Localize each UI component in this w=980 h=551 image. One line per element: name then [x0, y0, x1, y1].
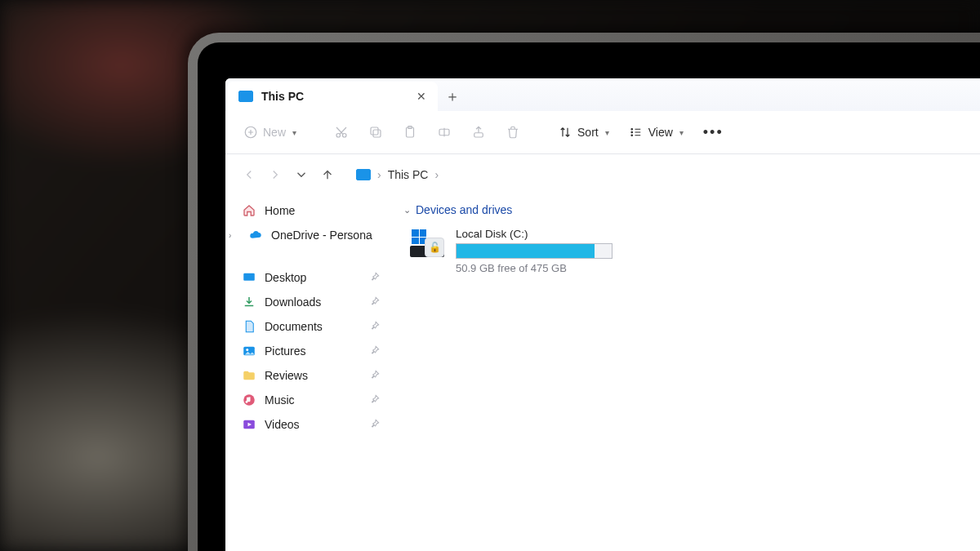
drive-usage-bar — [456, 243, 612, 259]
tab-title: This PC — [261, 90, 408, 103]
tab-bar: This PC ✕ ＋ — [225, 78, 980, 111]
sidebar-item-label: Documents — [265, 320, 323, 333]
file-explorer-window: This PC ✕ ＋ New ▾ — [225, 78, 980, 551]
sidebar-item-videos[interactable]: Videos — [225, 412, 389, 437]
sidebar-item-downloads[interactable]: Downloads — [225, 290, 389, 314]
sidebar-item-music[interactable]: Music — [225, 388, 389, 412]
sidebar-item-reviews[interactable]: Reviews — [225, 363, 389, 388]
sidebar-item-label: Music — [265, 393, 295, 407]
arrow-right-icon — [268, 167, 283, 182]
chevron-down-icon: ▾ — [605, 128, 609, 137]
drive-free-text: 50.9 GB free of 475 GB — [456, 262, 612, 274]
tab-this-pc[interactable]: This PC ✕ — [227, 82, 438, 111]
sidebar-item-home[interactable]: Home — [225, 198, 389, 223]
downloads-icon — [242, 295, 256, 309]
content-pane: ⌄ Devices and drives 🔓 Local Disk (C:) — [389, 195, 980, 551]
sidebar-item-label: Downloads — [265, 295, 321, 309]
drive-local-disk-c[interactable]: 🔓 Local Disk (C:) 50.9 GB free of 475 GB — [403, 224, 662, 278]
sidebar-item-label: Desktop — [265, 271, 306, 284]
sort-button[interactable]: Sort ▾ — [550, 120, 617, 144]
chevron-down-icon — [294, 167, 309, 182]
section-devices-and-drives[interactable]: ⌄ Devices and drives — [403, 200, 980, 224]
pin-icon[interactable] — [369, 369, 381, 383]
sidebar-item-label: Reviews — [265, 369, 308, 382]
new-tab-button[interactable]: ＋ — [438, 82, 467, 111]
view-icon — [629, 125, 644, 140]
svg-rect-8 — [474, 133, 483, 137]
drive-icon: 🔓 — [410, 228, 444, 257]
delete-button[interactable] — [497, 120, 528, 144]
pin-icon[interactable] — [369, 320, 381, 334]
this-pc-icon — [356, 169, 371, 180]
this-pc-icon — [238, 91, 253, 102]
plus-circle-icon — [243, 125, 258, 140]
more-button[interactable]: ••• — [695, 121, 732, 144]
breadcrumb-root[interactable]: This PC — [388, 168, 429, 181]
sidebar-item-label: Home — [265, 204, 295, 217]
chevron-down-icon: ⌄ — [403, 205, 411, 216]
sort-label: Sort — [577, 126, 599, 139]
sort-icon — [558, 125, 572, 140]
svg-point-2 — [343, 134, 347, 138]
cloud-icon — [248, 228, 263, 242]
svg-rect-4 — [371, 127, 378, 135]
pin-icon[interactable] — [369, 418, 381, 432]
share-icon — [471, 125, 486, 140]
rename-icon — [437, 125, 452, 140]
desktop-icon — [242, 270, 256, 285]
breadcrumb-separator-icon: › — [434, 168, 439, 181]
pin-icon[interactable] — [369, 295, 381, 309]
pin-icon[interactable] — [369, 344, 381, 358]
recent-button[interactable] — [291, 164, 312, 185]
paste-icon — [403, 125, 417, 140]
new-label: New — [263, 126, 286, 139]
sidebar-item-documents[interactable]: Documents — [225, 314, 389, 339]
address-bar: › This PC › — [225, 154, 980, 195]
pin-icon[interactable] — [369, 393, 381, 407]
copy-icon — [368, 125, 383, 140]
up-button[interactable] — [317, 164, 338, 185]
bitlocker-lock-icon: 🔓 — [425, 238, 444, 257]
sidebar-item-pictures[interactable]: Pictures — [225, 339, 389, 363]
back-button[interactable] — [238, 164, 260, 185]
chevron-down-icon: ▾ — [292, 128, 296, 137]
drive-name: Local Disk (C:) — [456, 228, 612, 240]
sidebar-item-label: Pictures — [265, 344, 306, 358]
documents-icon — [242, 319, 256, 334]
svg-rect-3 — [373, 130, 381, 137]
trash-icon — [506, 125, 520, 140]
cut-button[interactable] — [326, 120, 357, 144]
svg-point-10 — [631, 131, 633, 133]
sidebar: Home › OneDrive - Persona — [225, 195, 389, 551]
sidebar-item-desktop[interactable]: Desktop — [225, 265, 389, 290]
svg-point-9 — [631, 129, 633, 131]
home-icon — [242, 203, 256, 218]
svg-rect-12 — [243, 273, 255, 281]
new-button[interactable]: New ▾ — [235, 120, 305, 144]
share-button[interactable] — [463, 120, 494, 144]
rename-button[interactable] — [429, 120, 460, 144]
sidebar-item-onedrive[interactable]: › OneDrive - Persona — [225, 223, 389, 247]
pin-icon[interactable] — [369, 271, 381, 285]
folder-icon — [242, 368, 256, 383]
music-icon — [242, 393, 256, 407]
videos-icon — [242, 417, 256, 432]
arrow-up-icon — [320, 167, 335, 182]
arrow-left-icon — [242, 167, 256, 182]
sidebar-item-label: Videos — [265, 418, 300, 431]
copy-button[interactable] — [360, 120, 391, 144]
view-button[interactable]: View ▾ — [621, 120, 692, 144]
toolbar: New ▾ — [225, 111, 980, 154]
pictures-icon — [242, 344, 256, 358]
section-label: Devices and drives — [416, 203, 512, 216]
forward-button[interactable] — [265, 164, 286, 185]
breadcrumb-separator-icon: › — [377, 168, 381, 181]
close-tab-icon[interactable]: ✕ — [416, 90, 426, 103]
svg-point-14 — [246, 349, 248, 351]
svg-point-11 — [631, 135, 633, 136]
svg-point-1 — [336, 134, 341, 138]
cut-icon — [334, 125, 349, 140]
sidebar-item-label: OneDrive - Persona — [271, 229, 372, 242]
paste-button[interactable] — [394, 120, 425, 144]
chevron-right-icon[interactable]: › — [229, 231, 231, 240]
